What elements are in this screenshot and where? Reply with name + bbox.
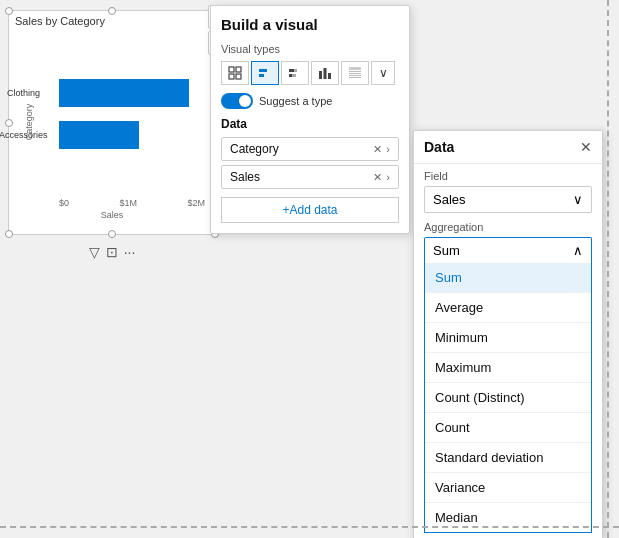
right-dashed-border [607, 0, 619, 538]
svg-rect-2 [229, 74, 234, 79]
data-panel-field-label: Field [424, 170, 592, 182]
bar-label-clothing: Clothing [7, 88, 40, 98]
agg-option-average[interactable]: Average [425, 293, 591, 323]
aggregation-dropdown-list: Sum Average Minimum Maximum Count (Disti… [424, 263, 592, 533]
field-chip-category-remove[interactable]: ✕ [373, 143, 382, 156]
build-panel-header: Build a visual [221, 16, 399, 33]
bar-label-accessories: Accessories [0, 130, 48, 140]
svg-rect-9 [292, 74, 296, 77]
agg-option-stddev[interactable]: Standard deviation [425, 443, 591, 473]
tick-2m: $2M [187, 198, 205, 208]
filter-icon[interactable]: ▽ [89, 244, 100, 260]
data-panel-title: Data [424, 139, 454, 155]
bar-accessories [59, 121, 139, 149]
svg-rect-8 [289, 74, 292, 77]
build-panel-title: Build a visual [221, 16, 318, 33]
field-chip-sales: Sales ✕ › [221, 165, 399, 189]
svg-rect-14 [349, 71, 361, 72]
data-panel-aggregation-value: Sum [433, 243, 460, 258]
visual-types-row: ∨ [221, 61, 399, 85]
agg-option-variance[interactable]: Variance [425, 473, 591, 503]
field-chip-category-expand[interactable]: › [386, 143, 390, 156]
bars-area: Clothing Accessories [59, 33, 205, 194]
agg-option-maximum[interactable]: Maximum [425, 353, 591, 383]
bar-row-clothing: Clothing [59, 79, 205, 107]
field-chip-category: Category ✕ › [221, 137, 399, 161]
tick-1m: $1M [119, 198, 137, 208]
aggregation-dropdown-chevron: ∧ [573, 243, 583, 258]
bar-row-accessories: Accessories [59, 121, 205, 149]
field-chip-sales-name: Sales [230, 170, 373, 184]
field-chip-sales-actions: ✕ › [373, 171, 390, 184]
field-dropdown-chevron: ∨ [573, 192, 583, 207]
chart-x-axis-label: Sales [101, 210, 124, 220]
agg-option-count[interactable]: Count [425, 413, 591, 443]
svg-rect-3 [236, 74, 241, 79]
svg-rect-17 [349, 77, 361, 78]
bar-clothing [59, 79, 189, 107]
chart-body: Category Clothing Accessories $0 $1M $2M… [9, 29, 215, 214]
vt-bar-clustered-btn[interactable] [251, 61, 279, 85]
svg-rect-13 [349, 67, 361, 70]
suggest-label: Suggest a type [259, 95, 332, 107]
svg-rect-10 [319, 71, 322, 79]
svg-rect-4 [259, 69, 267, 72]
handle-bottom-center[interactable] [108, 230, 116, 238]
agg-option-minimum[interactable]: Minimum [425, 323, 591, 353]
handle-bottom-left[interactable] [5, 230, 13, 238]
svg-rect-7 [294, 69, 297, 72]
handle-top-left[interactable] [5, 7, 13, 15]
agg-option-sum[interactable]: Sum [425, 263, 591, 293]
field-chip-sales-expand[interactable]: › [386, 171, 390, 184]
field-chip-category-name: Category [230, 142, 373, 156]
agg-option-count-distinct[interactable]: Count (Distinct) [425, 383, 591, 413]
build-panel: Build a visual Visual types [210, 5, 410, 234]
handle-top-center[interactable] [108, 7, 116, 15]
data-section-label: Data [221, 117, 399, 131]
data-panel-field-dropdown[interactable]: Sales ∨ [424, 186, 592, 213]
vt-table-btn[interactable] [221, 61, 249, 85]
add-data-button[interactable]: +Add data [221, 197, 399, 223]
svg-rect-12 [328, 73, 331, 79]
vt-table2-btn[interactable] [341, 61, 369, 85]
data-panel-aggregation-dropdown[interactable]: Sum ∧ [424, 237, 592, 263]
svg-rect-0 [229, 67, 234, 72]
chart-toolbar: ▽ ⊡ ··· [89, 244, 136, 260]
data-panel-field-value: Sales [433, 192, 466, 207]
bottom-dashed-border [0, 526, 619, 538]
tick-0: $0 [59, 198, 69, 208]
svg-rect-5 [259, 74, 264, 77]
data-panel-close-button[interactable]: ✕ [580, 139, 592, 155]
vt-bar-stacked-btn[interactable] [281, 61, 309, 85]
data-panel-field-section: Field Sales ∨ Aggregation Sum ∧ Sum Aver… [414, 164, 602, 538]
vt-column-btn[interactable] [311, 61, 339, 85]
data-panel: Data ✕ Field Sales ∨ Aggregation Sum ∧ S… [413, 130, 603, 538]
data-panel-header: Data ✕ [414, 131, 602, 164]
chart-container: Sales by Category Category Clothing Acce… [8, 10, 216, 235]
field-chip-sales-remove[interactable]: ✕ [373, 171, 382, 184]
focus-icon[interactable]: ⊡ [106, 244, 118, 260]
svg-rect-1 [236, 67, 241, 72]
svg-rect-15 [349, 73, 361, 74]
x-axis-ticks: $0 $1M $2M [59, 198, 205, 208]
more-icon[interactable]: ··· [124, 244, 136, 260]
suggest-row: Suggest a type [221, 93, 399, 109]
data-panel-aggregation-label: Aggregation [424, 221, 592, 233]
visual-types-label: Visual types [221, 43, 399, 55]
svg-rect-16 [349, 75, 361, 76]
svg-rect-11 [324, 68, 327, 79]
field-chip-category-actions: ✕ › [373, 143, 390, 156]
suggest-toggle[interactable] [221, 93, 253, 109]
vt-more-btn[interactable]: ∨ [371, 61, 395, 85]
svg-rect-6 [289, 69, 294, 72]
